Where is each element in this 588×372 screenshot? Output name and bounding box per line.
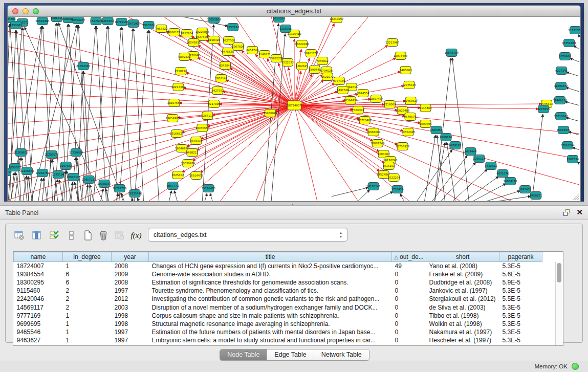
table-cell[interactable]: 5.3E-5 (499, 287, 542, 295)
table-row[interactable]: 977716911998Corpus callosum shape and si… (14, 312, 557, 320)
table-cell[interactable]: Changes of HCN gene expression and I(f) … (149, 262, 392, 270)
network-canvas[interactable]: 1872400779638228860128891295418226058982… (8, 17, 580, 201)
table-cell[interactable]: 1997 (112, 328, 149, 336)
table-cell[interactable] (542, 287, 557, 295)
table-cell[interactable]: 5.3E-5 (499, 320, 542, 328)
table-cell[interactable]: 5.5E-5 (499, 295, 542, 303)
network-table-dropdown[interactable]: citations_edges.txt ▲▼ (148, 228, 347, 242)
table-row[interactable]: 2242004622012Investigating the contribut… (14, 295, 557, 303)
table-cell[interactable]: 5.9E-5 (499, 278, 542, 287)
table-cell[interactable]: 0 (392, 328, 426, 336)
table-cell[interactable]: Franke et al. (2009) (426, 270, 499, 278)
table-cell[interactable]: Hescheler et al. (1997) (426, 336, 499, 344)
table-cell[interactable] (542, 303, 557, 311)
table-cell[interactable]: 1 (63, 336, 112, 344)
table-cell[interactable]: 9463627 (14, 336, 63, 344)
table-row[interactable]: 1830029562008Estimation of significance … (14, 278, 557, 287)
table-mode-icon[interactable] (13, 228, 26, 243)
table-cell[interactable]: Investigating the contribution of common… (149, 295, 392, 303)
column-header-title[interactable]: title (149, 252, 392, 262)
table-cell[interactable] (542, 328, 557, 336)
table-cell[interactable]: Tourette syndrome. Phenomenology and cla… (149, 287, 392, 295)
column-header-out_de[interactable]: △out_de... (392, 252, 426, 262)
table-cell[interactable] (542, 278, 557, 287)
table-cell[interactable]: 5.3E-5 (499, 312, 542, 320)
table-cell[interactable]: 18724007 (14, 262, 63, 270)
panel-divider[interactable]: ▴ (0, 202, 588, 205)
table-cell[interactable]: Estimation of significance thresholds fo… (149, 278, 392, 287)
table-cell[interactable]: Dudbridge et al. (2008) (426, 278, 499, 287)
row-selector-icon[interactable] (65, 228, 78, 243)
delete-column-icon[interactable] (97, 228, 110, 243)
scrollbar-thumb[interactable] (557, 263, 561, 282)
resize-grip-icon[interactable] (573, 194, 579, 200)
table-cell[interactable]: 19384554 (14, 270, 63, 278)
table-cell[interactable]: 0 (392, 303, 426, 311)
window-titlebar[interactable]: citations_edges.txt (8, 6, 580, 17)
table-row[interactable]: 969969511998Structural magnetic resonanc… (14, 320, 557, 328)
table-cell[interactable]: 1 (63, 320, 112, 328)
table-cell[interactable]: 1997 (112, 287, 149, 295)
table-cell[interactable]: Genome-wide association studies in ADHD. (149, 270, 392, 278)
tab-network-table[interactable]: Network Table (314, 349, 369, 360)
table-row[interactable]: 911546021997Tourette syndrome. Phenomeno… (14, 287, 557, 295)
table-cell[interactable]: 2 (63, 287, 112, 295)
table-cell[interactable]: 0 (392, 312, 426, 320)
table-cell[interactable]: 9465546 (14, 328, 63, 336)
table-row[interactable]: 1456911722003Disruption of a novel membe… (14, 303, 557, 311)
table-cell[interactable]: 1997 (112, 336, 149, 344)
table-cell[interactable]: 1 (63, 328, 112, 336)
table-cell[interactable]: 9115460 (14, 287, 63, 295)
column-header-short[interactable]: short (426, 252, 499, 262)
citation-graph[interactable]: 1872400779638228860128891295418226058982… (8, 17, 580, 201)
table-cell[interactable]: 2 (63, 303, 112, 311)
table-cell[interactable]: 5.3E-5 (499, 336, 542, 344)
table-cell[interactable]: 18300295 (14, 278, 63, 287)
table-cell[interactable]: 22420046 (14, 295, 63, 303)
float-panel-icon[interactable] (563, 209, 571, 216)
table-cell[interactable]: Disruption of a novel member of a sodium… (149, 303, 392, 311)
table-cell[interactable]: 1 (63, 262, 112, 270)
table-cell[interactable]: 2 (63, 295, 112, 303)
table-cell[interactable]: 2008 (112, 278, 149, 287)
table-row[interactable]: 1872400712008Changes of HCN gene express… (14, 262, 557, 270)
table-cell[interactable]: 6 (63, 270, 112, 278)
table-scrollbar[interactable] (555, 262, 562, 346)
table-cell[interactable]: 14569117 (14, 303, 63, 311)
tab-node-table[interactable]: Node Table (220, 349, 267, 360)
table-cell[interactable]: Tibbo et al. (1998) (426, 312, 499, 320)
table-cell[interactable]: 2009 (112, 270, 149, 278)
show-columns-icon[interactable] (30, 228, 43, 243)
table-cell[interactable]: 0 (392, 287, 426, 295)
table-cell[interactable]: 6 (63, 278, 112, 287)
table-cell[interactable]: 1998 (112, 312, 149, 320)
table-cell[interactable]: Stergiakouli et al. (2012) (426, 295, 499, 303)
table-cell[interactable]: Nakamura et al. (1997) (426, 328, 499, 336)
table-cell[interactable]: 0 (392, 295, 426, 303)
column-header-year[interactable]: year (112, 252, 149, 262)
table-cell[interactable]: 49 (392, 262, 426, 270)
table-cell[interactable]: 1 (63, 312, 112, 320)
table-cell[interactable]: Wolkin et al. (1998) (426, 320, 499, 328)
table-cell[interactable]: 0 (392, 270, 426, 278)
column-header-pagerank[interactable]: pagerank (499, 252, 542, 262)
table-cell[interactable]: 0 (392, 336, 426, 344)
tab-edge-table[interactable]: Edge Table (267, 349, 314, 360)
table-cell[interactable]: 1998 (112, 320, 149, 328)
table-cell[interactable]: 0 (392, 278, 426, 287)
table-cell[interactable]: Jankovic et al. (1997) (426, 287, 499, 295)
table-cell[interactable]: 9699695 (14, 320, 63, 328)
table-cell[interactable]: 2012 (112, 295, 149, 303)
table-cell[interactable]: Estimation of the future numbers of pati… (149, 328, 392, 336)
table-cell[interactable]: 9777169 (14, 312, 63, 320)
function-icon[interactable]: f(x) (129, 228, 143, 243)
table-cell[interactable] (542, 320, 557, 328)
table-cell[interactable]: Yano et al. (2008) (426, 262, 499, 270)
table-cell[interactable] (542, 312, 557, 320)
table-cell[interactable]: 5.3E-5 (499, 303, 542, 311)
table-cell[interactable]: 5.3E-5 (499, 328, 542, 336)
table-cell[interactable]: 2003 (112, 303, 149, 311)
column-header-name[interactable]: name (14, 252, 63, 262)
table-row[interactable]: 946554611997Estimation of the future num… (14, 328, 557, 336)
close-panel-icon[interactable]: ✕ (576, 208, 583, 217)
